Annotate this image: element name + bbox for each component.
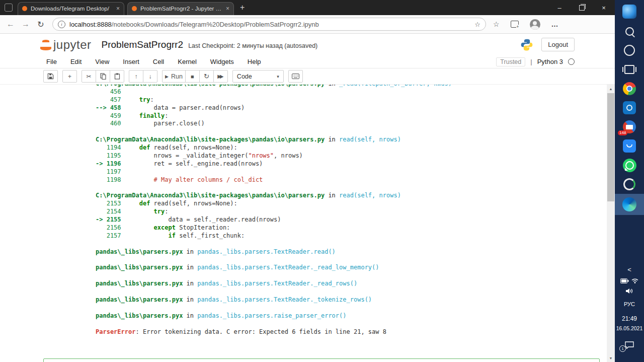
paste-cell-button[interactable] — [110, 70, 124, 83]
restart-kernel-button[interactable]: ↻ — [199, 70, 214, 83]
volume-icon[interactable] — [615, 288, 644, 294]
add-favorite-star-icon[interactable]: ☆ — [474, 21, 480, 28]
window-controls: – × — [548, 0, 615, 15]
traceback-line: 456 — [96, 88, 452, 96]
tab-close-icon[interactable]: × — [116, 5, 120, 12]
jupyter-logo[interactable]: jupyter — [40, 38, 92, 52]
notification-bubble-icon — [625, 341, 634, 349]
save-icon — [47, 73, 54, 80]
empty-code-cell[interactable] — [43, 358, 600, 362]
back-button[interactable]: ← — [3, 20, 18, 29]
restart-run-all-button[interactable]: ▶▶ — [213, 70, 228, 83]
run-icon: ▶ — [165, 74, 169, 79]
tab-title: ProblemSatProgrr2 - Jupyter No — [140, 6, 223, 12]
kernel-status-icon — [568, 58, 575, 65]
tab-close-icon[interactable]: × — [226, 5, 229, 12]
fast-forward-icon: ▶▶ — [217, 74, 223, 79]
jupyter-favicon — [22, 6, 27, 11]
traceback-line: -> 1196 ret = self._engine.read(nrows) — [96, 160, 452, 168]
cortana-icon[interactable] — [615, 41, 644, 60]
menu-view[interactable]: View — [95, 58, 109, 65]
task-view-icon[interactable] — [615, 60, 644, 79]
cut-cell-button[interactable]: ✂ — [82, 70, 96, 83]
minimize-button[interactable]: – — [548, 0, 571, 15]
language-indicator[interactable]: РУС — [615, 301, 644, 307]
refresh-button[interactable]: ↻ — [33, 20, 48, 29]
interrupt-kernel-button[interactable]: ■ — [185, 70, 200, 83]
copy-cell-button[interactable] — [96, 70, 110, 83]
tray-status-icons[interactable] — [615, 278, 644, 283]
tab-title: Downloads/Telegram Desktop/ — [31, 6, 113, 12]
traceback-line — [96, 272, 452, 280]
clock-date[interactable]: 16.05.2021 — [615, 325, 644, 331]
close-button[interactable]: × — [593, 0, 615, 15]
menu-edit[interactable]: Edit — [70, 58, 82, 65]
workspaces-icon[interactable] — [5, 4, 13, 12]
menu-widgets[interactable]: Widgets — [210, 58, 234, 65]
search-icon[interactable] — [615, 22, 644, 41]
traceback-line: pandas\_libs\parsers.pyx in pandas._libs… — [96, 312, 452, 320]
add-cell-button[interactable]: + — [62, 70, 77, 83]
trusted-badge[interactable]: Trusted — [496, 57, 525, 66]
favorites-icon[interactable]: ☆ — [493, 20, 500, 28]
command-palette-button[interactable] — [288, 70, 303, 83]
cell-type-select[interactable]: Code ▾ — [232, 70, 284, 83]
run-cell-button[interactable]: ▶Run — [162, 70, 186, 83]
scroll-thumb[interactable] — [607, 93, 614, 201]
kernel-name: Python 3 — [537, 58, 563, 65]
menu-kernel[interactable]: Kernel — [178, 58, 197, 65]
collections-icon[interactable] — [511, 21, 519, 28]
blue-square-app-icon[interactable] — [615, 136, 644, 156]
menu-insert[interactable]: Insert — [123, 58, 139, 65]
profile-avatar[interactable] — [530, 19, 540, 30]
move-cell-down-button[interactable]: ↓ — [143, 70, 157, 83]
tab-downloads-folder[interactable]: Downloads/Telegram Desktop/ × — [18, 2, 124, 15]
action-center-icon[interactable]: 1 — [615, 341, 644, 351]
restore-button[interactable] — [571, 0, 593, 15]
site-info-icon[interactable]: i — [58, 21, 65, 28]
jupyter-header: jupyter ProblemSatProgrr2 Last Checkpoin… — [0, 34, 615, 55]
traceback-line: 2156 except StopIteration: — [96, 224, 452, 232]
forward-button[interactable]: → — [18, 20, 33, 29]
notebook-scroll-area: C:\ProgramData\Anaconda3\lib\site-packag… — [0, 85, 607, 362]
menu-help[interactable]: Help — [248, 58, 261, 65]
sync-app-icon[interactable] — [615, 175, 644, 194]
mail-app-icon[interactable]: 148 — [615, 117, 644, 136]
whatsapp-icon[interactable] — [615, 156, 644, 175]
scroll-up-icon[interactable]: ▲ — [607, 85, 615, 93]
tab-notebook[interactable]: ProblemSatProgrr2 - Jupyter No × — [127, 2, 234, 15]
edge-browser-icon[interactable] — [615, 194, 644, 215]
camera-app-icon[interactable] — [615, 98, 644, 117]
windows-taskbar: 148 < РУС 21:49 16.05.2021 1 — [615, 0, 644, 362]
scrollbar[interactable]: ▲ ▼ — [607, 85, 615, 362]
traceback-line: 1194 def read(self, nrows=None): — [96, 144, 452, 152]
jupyter-logo-icon — [40, 40, 51, 50]
menu-file[interactable]: File — [46, 58, 57, 65]
traceback-line: C:\ProgramData\Anaconda3\lib\site-packag… — [96, 85, 452, 88]
traceback-line: 2154 try: — [96, 208, 452, 216]
url-path: /notebooks/Downloads/Telegram%20Desktop/… — [112, 21, 319, 28]
traceback-output: C:\ProgramData\Anaconda3\lib\site-packag… — [96, 85, 452, 336]
wifi-icon — [631, 278, 638, 283]
clock-time[interactable]: 21:49 — [615, 315, 644, 322]
traceback-line: 2153 def read(self, nrows=None): — [96, 200, 452, 208]
cell-type-value: Code — [237, 73, 252, 80]
traceback-line — [96, 320, 452, 328]
scroll-down-icon[interactable]: ▼ — [607, 354, 615, 362]
user-avatar-icon[interactable] — [615, 2, 644, 22]
chrome-icon[interactable] — [615, 79, 644, 98]
traceback-line: pandas\_libs\parsers.pyx in pandas._libs… — [96, 280, 452, 288]
move-cell-up-button[interactable]: ↑ — [129, 70, 143, 83]
browser-window: Downloads/Telegram Desktop/ × ProblemSat… — [0, 0, 615, 362]
logout-button[interactable]: Logout — [541, 38, 575, 51]
new-tab-button[interactable]: + — [240, 3, 245, 12]
notebook-title[interactable]: ProblemSatProgrr2 — [102, 39, 184, 50]
menu-cell[interactable]: Cell — [153, 58, 164, 65]
save-button[interactable] — [43, 70, 58, 83]
tray-expand-icon[interactable]: < — [615, 266, 644, 273]
url-bar[interactable]: i localhost:8888/notebooks/Downloads/Tel… — [52, 18, 486, 31]
traceback-line — [96, 288, 452, 296]
traceback-line: pandas\_libs\parsers.pyx in pandas._libs… — [96, 248, 452, 256]
settings-menu-icon[interactable]: … — [551, 20, 558, 28]
traceback-line: 1195 nrows = _validate_integer("nrows", … — [96, 152, 452, 160]
